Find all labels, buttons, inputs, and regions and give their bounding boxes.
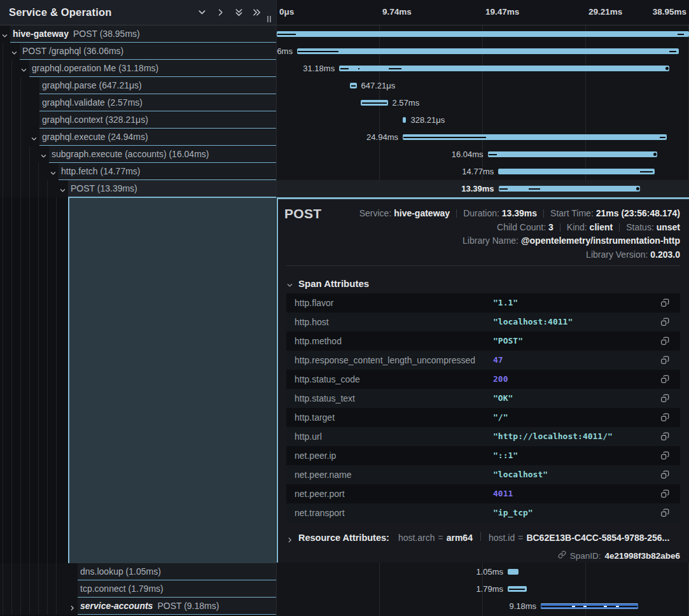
- chevron-down-icon[interactable]: [1, 31, 8, 38]
- chevron-down-icon[interactable]: [50, 168, 57, 175]
- tree-indent-guide: [3, 563, 3, 580]
- tree-row[interactable]: tcp.connect (1.79ms): [0, 580, 276, 598]
- tree-row[interactable]: graphql.validate (2.57ms): [0, 94, 276, 111]
- copy-icon[interactable]: [660, 470, 669, 479]
- tree-row[interactable]: http.fetch (14.77ms): [0, 163, 276, 180]
- span-name: graphql.parse (647.21μs): [42, 77, 142, 94]
- resource-value: BC62E13B-C4CC-5854-9788-256...: [526, 533, 669, 543]
- chevron-down-icon[interactable]: [59, 185, 66, 192]
- span-bar[interactable]: [488, 151, 658, 157]
- link-icon: [558, 550, 566, 561]
- copy-icon[interactable]: [660, 356, 669, 365]
- child-span-tick: [583, 606, 587, 607]
- chevron-down-icon[interactable]: [40, 151, 47, 158]
- service-name: service-accounts: [80, 601, 153, 611]
- attribute-value: "::1": [493, 446, 518, 465]
- tree-indent-guide: [29, 580, 30, 598]
- tree-indent-guide: [38, 197, 39, 563]
- child-span-tick: [616, 606, 619, 607]
- collapse-one-icon[interactable]: [197, 8, 207, 17]
- divider-line: [286, 265, 680, 266]
- operation-name: POST (38.95ms): [73, 29, 140, 39]
- meta-value: 0.203.0: [650, 249, 680, 260]
- child-span-tick: [604, 606, 607, 607]
- span-bar[interactable]: [403, 117, 406, 123]
- panel-resize-grip[interactable]: [267, 16, 271, 22]
- tree-row[interactable]: POST (13.39ms): [0, 180, 276, 197]
- span-name: POST /graphql (36.06ms): [22, 43, 123, 59]
- copy-icon[interactable]: [660, 451, 669, 460]
- tree-row[interactable]: service-accountsPOST (9.18ms): [0, 598, 276, 615]
- span-bar[interactable]: [499, 186, 641, 192]
- detail-meta-line: Library Version: 0.203.0: [359, 249, 680, 263]
- child-span-mark: [678, 34, 684, 35]
- tree-indent-guide: [56, 598, 57, 615]
- attribute-key: http.status_code: [295, 370, 360, 389]
- span-bar[interactable]: [277, 31, 689, 37]
- tree-row[interactable]: graphql.parse (647.21μs): [0, 77, 276, 94]
- resource-attributes-header[interactable]: Resource Attributes: host.arch=arm64host…: [286, 532, 669, 543]
- chevron-right-icon[interactable]: [69, 603, 76, 610]
- chevron-down-icon[interactable]: [31, 134, 38, 141]
- span-detail-panel: POST Service: hive-gatewayDuration: 13.3…: [277, 197, 689, 563]
- tree-indent-guide: [3, 111, 3, 129]
- tree-row[interactable]: subgraph.execute (accounts) (16.04ms): [0, 146, 276, 163]
- copy-icon[interactable]: [660, 394, 669, 403]
- expand-one-icon[interactable]: [216, 8, 225, 17]
- tree-indent-guide: [56, 580, 57, 598]
- copy-icon[interactable]: [660, 337, 669, 346]
- child-span-mark: [358, 68, 359, 69]
- resource-value: arm64: [447, 533, 473, 543]
- chevron-down-icon[interactable]: [11, 48, 18, 55]
- chevron-down-icon[interactable]: [20, 65, 27, 72]
- span-duration-label: 1.79ms: [476, 580, 503, 598]
- span-name: dns.lookup (1.05ms): [80, 563, 161, 580]
- tree-indent-guide: [20, 77, 21, 94]
- span-duration-label: 2.57ms: [393, 94, 420, 111]
- attribute-key: net.peer.name: [295, 465, 352, 484]
- span-name: POST (13.39ms): [71, 180, 137, 197]
- tree-row[interactable]: graphql.execute (24.94ms): [0, 129, 276, 146]
- tree-indent-guide: [3, 180, 3, 197]
- tree-row[interactable]: graphql.context (328.21μs): [0, 111, 276, 129]
- tree-indent-guide: [3, 580, 3, 598]
- service-name: hive-gateway: [13, 29, 69, 39]
- tree-indent-guide: [11, 77, 12, 94]
- separator: [480, 532, 481, 541]
- copy-icon[interactable]: [660, 298, 669, 307]
- expand-all-icon[interactable]: [252, 8, 261, 17]
- attribute-row: http.target"/": [286, 408, 680, 427]
- child-span-mark: [340, 68, 349, 69]
- copy-icon[interactable]: [660, 413, 669, 422]
- detail-meta-line: Service: hive-gatewayDuration: 13.39msSt…: [359, 207, 680, 221]
- tree-indent-guide: [29, 163, 30, 180]
- tree-row[interactable]: graphql.operation Me (31.18ms): [0, 60, 276, 77]
- span-attributes-header[interactable]: Span Attributes: [286, 278, 369, 289]
- tree-row[interactable]: POST /graphql (36.06ms): [0, 43, 276, 60]
- tree-row[interactable]: dns.lookup (1.05ms): [0, 563, 276, 580]
- meta-value: 21ms (23:56:48.174): [596, 208, 680, 218]
- tree-indent-guide: [11, 563, 12, 580]
- span-bar[interactable]: [498, 169, 655, 174]
- span-bar[interactable]: [297, 48, 679, 54]
- attribute-row: net.peer.ip"::1": [286, 446, 680, 465]
- collapse-all-icon[interactable]: [234, 8, 244, 17]
- copy-icon[interactable]: [660, 432, 669, 441]
- equals-sign: =: [438, 533, 443, 543]
- span-bar[interactable]: [508, 569, 518, 575]
- tree-row[interactable]: hive-gatewayPOST (38.95ms): [0, 25, 276, 43]
- attribute-row: net.peer.name"localhost": [286, 465, 680, 484]
- copy-icon[interactable]: [660, 375, 669, 384]
- span-name: graphql.validate (2.57ms): [42, 94, 143, 111]
- copy-icon[interactable]: [660, 318, 669, 326]
- tree-indent-guide: [29, 563, 30, 580]
- equals-sign: =: [518, 533, 523, 543]
- attribute-value: "OK": [493, 389, 513, 408]
- separator: [560, 223, 560, 232]
- separator: [456, 209, 457, 218]
- attribute-key: http.host: [295, 312, 329, 332]
- copy-icon[interactable]: [660, 508, 669, 517]
- attribute-key: http.status_text: [295, 389, 355, 408]
- attribute-value: "POST": [493, 332, 523, 351]
- copy-icon[interactable]: [660, 489, 669, 498]
